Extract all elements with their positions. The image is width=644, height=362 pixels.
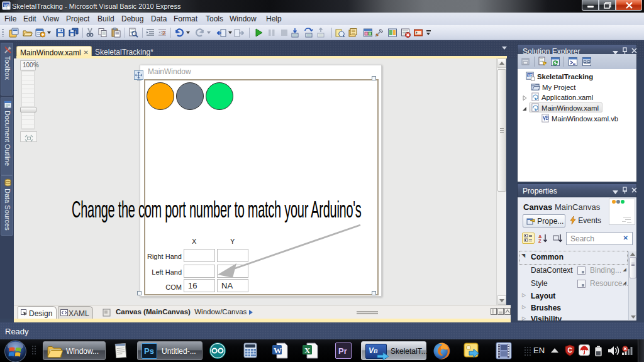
svg-text:W: W — [274, 346, 282, 355]
svg-text:Z: Z — [538, 238, 541, 243]
svg-text:2: 2 — [162, 30, 165, 36]
svg-text:X: X — [304, 346, 311, 355]
svg-text:C: C — [568, 347, 572, 354]
